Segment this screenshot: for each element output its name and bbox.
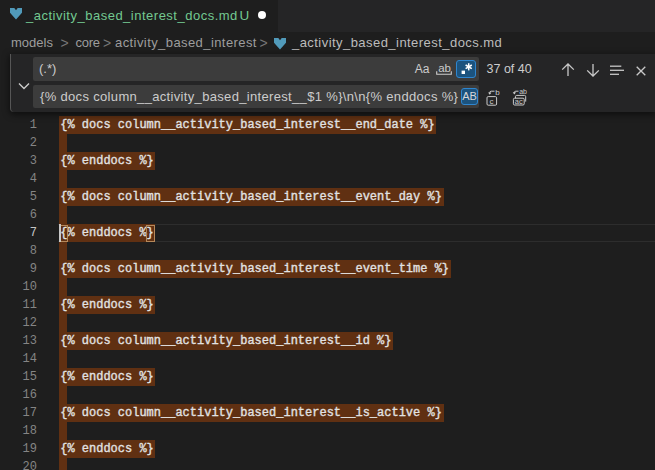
svg-text:b: b <box>495 89 500 97</box>
svg-text:ab: ab <box>438 62 451 74</box>
svg-text:ac: ac <box>515 97 523 106</box>
svg-text:c: c <box>490 97 494 106</box>
svg-text:ab: ab <box>519 89 527 95</box>
